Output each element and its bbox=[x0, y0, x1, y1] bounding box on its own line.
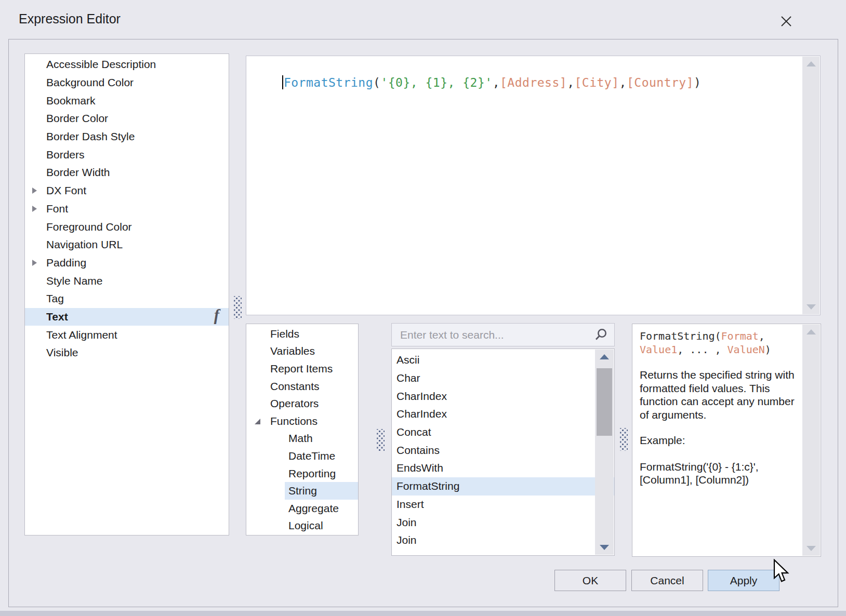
function-item-contains[interactable]: Contains bbox=[392, 441, 614, 459]
property-label: Tag bbox=[46, 292, 64, 305]
category-label: String bbox=[288, 485, 317, 497]
function-item-charindex[interactable]: CharIndex bbox=[392, 387, 614, 405]
signature-part: Format bbox=[721, 330, 759, 342]
scroll-up-icon[interactable] bbox=[807, 61, 816, 66]
property-label: Background Color bbox=[46, 76, 134, 89]
property-item-tag[interactable]: Tag bbox=[25, 290, 229, 308]
expression-text: FormatString('{0}, {1}, {2}',[Address],[… bbox=[253, 62, 701, 103]
cancel-button[interactable]: Cancel bbox=[631, 570, 703, 591]
category-item-math[interactable]: Math bbox=[246, 430, 358, 448]
property-item-accessible-description[interactable]: Accessible Description bbox=[25, 56, 229, 74]
function-label: Insert bbox=[396, 498, 424, 511]
function-label: FormatString bbox=[396, 480, 459, 492]
function-item-formatstring[interactable]: FormatString bbox=[392, 477, 614, 496]
category-item-datetime[interactable]: DateTime bbox=[246, 447, 358, 465]
description-scrollbar[interactable] bbox=[802, 325, 820, 556]
property-item-foreground-color[interactable]: Foreground Color bbox=[25, 218, 229, 236]
function-item-char[interactable]: Char bbox=[392, 369, 614, 387]
expand-chevron-icon[interactable] bbox=[32, 260, 37, 266]
category-item-logical[interactable]: Logical bbox=[246, 517, 358, 535]
category-label: Variables bbox=[270, 345, 315, 357]
function-label: Join bbox=[396, 516, 417, 529]
function-description: Returns the specified string with format… bbox=[640, 368, 797, 421]
editor-scrollbar[interactable] bbox=[802, 57, 819, 314]
function-item-charindex[interactable]: CharIndex bbox=[392, 405, 614, 423]
mouse-cursor bbox=[771, 559, 793, 584]
scroll-down-icon[interactable] bbox=[807, 304, 816, 310]
function-item-insert[interactable]: Insert bbox=[392, 496, 614, 514]
property-label: Padding bbox=[46, 257, 86, 269]
apply-button[interactable]: Apply bbox=[708, 570, 779, 591]
signature-part: Value1 bbox=[640, 343, 677, 356]
functions-list: AsciiCharCharIndexCharIndexConcatContain… bbox=[391, 349, 615, 556]
scroll-up-icon[interactable] bbox=[807, 329, 816, 334]
property-item-bookmark[interactable]: Bookmark bbox=[25, 91, 229, 110]
expand-chevron-icon[interactable] bbox=[32, 206, 37, 212]
search-input[interactable] bbox=[399, 326, 588, 344]
category-item-fields[interactable]: Fields bbox=[246, 325, 358, 343]
expression-tokens: FormatString('{0}, {1}, {2}',[Address],[… bbox=[284, 76, 702, 89]
close-button[interactable] bbox=[777, 12, 795, 30]
category-item-functions[interactable]: Functions bbox=[246, 412, 358, 430]
function-label: CharIndex bbox=[396, 390, 447, 403]
scroll-down-icon[interactable] bbox=[807, 546, 816, 551]
expression-token: '{0}, {1}, {2}' bbox=[380, 76, 492, 89]
property-label: Border Dash Style bbox=[46, 130, 135, 143]
text-caret bbox=[282, 75, 283, 89]
function-item-endswith[interactable]: EndsWith bbox=[392, 459, 614, 477]
property-item-dx-font[interactable]: DX Font bbox=[25, 182, 229, 200]
property-label: Style Name bbox=[46, 275, 103, 287]
ok-button[interactable]: OK bbox=[554, 570, 626, 591]
close-icon bbox=[781, 16, 792, 27]
category-label: Constants bbox=[270, 380, 320, 393]
property-item-border-width[interactable]: Border Width bbox=[25, 164, 229, 182]
expression-editor-dialog: { "dialog": { "title": "Expression Edito… bbox=[0, 0, 846, 616]
scroll-up-icon[interactable] bbox=[600, 354, 609, 359]
property-item-border-color[interactable]: Border Color bbox=[25, 110, 229, 128]
functions-scrollbar[interactable] bbox=[595, 350, 614, 555]
category-label: Operators bbox=[270, 397, 319, 410]
expression-code-editor[interactable]: FormatString('{0}, {1}, {2}',[Address],[… bbox=[246, 56, 821, 315]
splitter-handle-categories[interactable] bbox=[377, 429, 385, 451]
scroll-down-icon[interactable] bbox=[600, 545, 609, 550]
splitter-handle-vertical[interactable] bbox=[234, 296, 242, 319]
expression-token: ) bbox=[694, 76, 701, 89]
category-item-report-items[interactable]: Report Items bbox=[246, 360, 358, 378]
property-label: Bookmark bbox=[46, 95, 96, 107]
function-item-ascii[interactable]: Ascii bbox=[392, 351, 614, 369]
property-item-text-alignment[interactable]: Text Alignment bbox=[25, 326, 229, 344]
function-item-join[interactable]: Join bbox=[392, 531, 614, 550]
property-item-navigation-url[interactable]: Navigation URL bbox=[25, 236, 229, 254]
category-item-operators[interactable]: Operators bbox=[246, 395, 358, 412]
signature-part: FormatString( bbox=[640, 330, 721, 342]
function-item-concat[interactable]: Concat bbox=[392, 423, 614, 441]
category-item-string[interactable]: String bbox=[246, 482, 358, 500]
property-item-font[interactable]: Font bbox=[25, 200, 229, 218]
function-fx-icon: f bbox=[214, 306, 219, 325]
category-label: Fields bbox=[270, 328, 299, 340]
category-item-constants[interactable]: Constants bbox=[246, 378, 358, 395]
expand-chevron-icon[interactable] bbox=[32, 188, 37, 194]
expanded-chevron-icon[interactable] bbox=[255, 419, 260, 424]
property-item-visible[interactable]: Visible bbox=[25, 344, 229, 362]
scrollbar-thumb[interactable] bbox=[597, 368, 612, 436]
splitter-handle-description[interactable] bbox=[620, 428, 628, 451]
property-item-padding[interactable]: Padding bbox=[25, 254, 229, 272]
property-item-style-name[interactable]: Style Name bbox=[25, 272, 229, 290]
property-item-background-color[interactable]: Background Color bbox=[25, 74, 229, 92]
property-item-text[interactable]: Textf bbox=[25, 308, 229, 326]
expression-token: FormatString bbox=[284, 76, 373, 89]
category-item-reporting[interactable]: Reporting bbox=[246, 465, 358, 483]
expression-token: [City] bbox=[574, 76, 619, 89]
function-item-join[interactable]: Join bbox=[392, 513, 614, 531]
category-label: DateTime bbox=[288, 450, 335, 462]
example-label: Example: bbox=[640, 434, 797, 447]
category-item-variables[interactable]: Variables bbox=[246, 343, 358, 360]
category-item-aggregate[interactable]: Aggregate bbox=[246, 500, 358, 517]
property-label: Visible bbox=[46, 346, 78, 359]
property-item-border-dash-style[interactable]: Border Dash Style bbox=[25, 128, 229, 146]
property-item-borders[interactable]: Borders bbox=[25, 145, 229, 164]
function-label: Join bbox=[396, 534, 417, 546]
property-label: Navigation URL bbox=[46, 238, 123, 251]
functions-rows: AsciiCharCharIndexCharIndexConcatContain… bbox=[392, 351, 614, 550]
